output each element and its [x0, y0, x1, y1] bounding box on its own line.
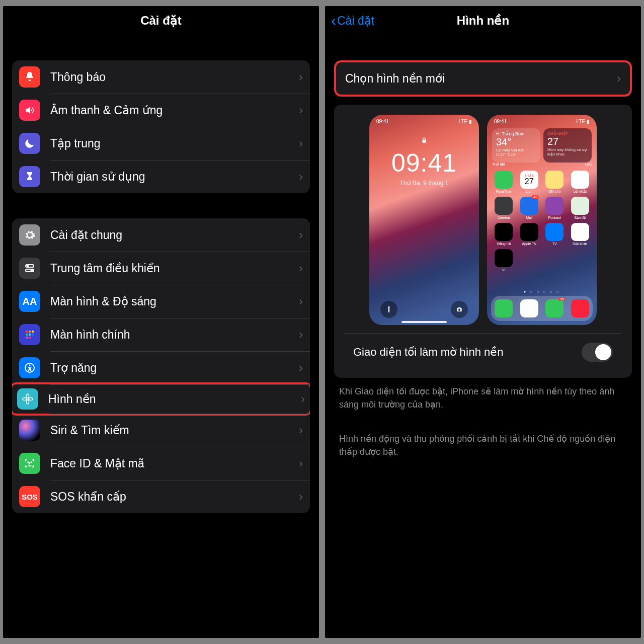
svg-point-16 [27, 400, 29, 404]
chevron-right-icon: › [299, 228, 303, 242]
back-label: Cài đặt [337, 14, 374, 28]
status-bar: 09:41 LTE ▮ [487, 115, 597, 124]
text-size-icon: AA [19, 291, 40, 312]
svg-point-20 [31, 462, 32, 463]
badge: 39 [558, 297, 566, 301]
choose-wallpaper-label: Chọn hình nền mới [345, 72, 617, 86]
svg-point-19 [28, 462, 29, 463]
row-label: Hình nền [48, 392, 301, 406]
app-label: FaceTime [496, 190, 512, 193]
app-label: Sức khỏe [573, 242, 587, 246]
lock-icon [369, 136, 479, 146]
row-display[interactable]: AA Màn hình & Độ sáng › [12, 285, 310, 318]
row-label: Màn hình & Độ sáng [50, 295, 299, 308]
app-icon: THỨ 527 [520, 171, 538, 189]
badge: 43 [532, 195, 539, 199]
cal-day-label: CHỦ NHẬT [547, 131, 588, 136]
homescreen-preview[interactable]: 09:41 LTE ▮ H. Trảng Bom 34° Có Mây Vài … [487, 115, 597, 325]
chevron-left-icon: ‹ [331, 13, 336, 28]
row-label: Face ID & Mật mã [50, 457, 299, 470]
dock-phone-icon [495, 299, 513, 317]
app-icon [571, 197, 589, 215]
dock: 39 [491, 296, 593, 321]
lock-date: Thứ Ba, 9 tháng 1 [369, 180, 479, 187]
app-label: Podcast [548, 216, 561, 219]
svg-point-15 [27, 394, 29, 398]
status-time: 09:41 [376, 119, 389, 124]
siri-icon [19, 420, 40, 441]
chevron-right-icon: › [617, 71, 621, 86]
row-homescreen[interactable]: Màn hình chính › [12, 318, 310, 351]
sos-icon: SOS [19, 486, 40, 507]
chevron-right-icon: › [299, 261, 303, 275]
chevron-right-icon: › [299, 170, 303, 184]
svg-rect-11 [29, 337, 31, 339]
row-sos[interactable]: SOS SOS khẩn cấp › [12, 480, 310, 513]
weather-location: H. Trảng Bom [496, 131, 536, 136]
app-label: Camera [498, 216, 510, 219]
settings-group-1: Thông báo › Âm thanh & Cảm ứng › Tập tru… [12, 60, 310, 193]
settings-group-2: Cài đặt chung › Trung tâm điều khiển › A… [12, 218, 310, 513]
grid-icon [19, 324, 40, 345]
app-icon [495, 197, 513, 215]
lockscreen-preview[interactable]: 09:41 LTE ▮ 09:41 Thứ Ba, 9 tháng 1 [369, 115, 479, 325]
row-faceid[interactable]: Face ID & Mật mã › [12, 447, 310, 480]
row-label: Thông báo [50, 70, 299, 84]
app-label: Ghi chú [548, 190, 560, 193]
back-button[interactable]: ‹ Cài đặt [331, 13, 374, 28]
row-label: Siri & Tìm kiếm [50, 424, 299, 437]
cal-text: Hôm nay không có sự kiện khác [547, 147, 588, 156]
svg-point-1 [27, 265, 29, 267]
dim-wallpaper-row: Giao diện tối làm mờ hình nền [344, 333, 622, 370]
row-sounds[interactable]: Âm thanh & Cảm ứng › [12, 94, 310, 127]
row-general[interactable]: Cài đặt chung › [12, 218, 310, 252]
camera-icon [451, 301, 468, 318]
row-screentime[interactable]: Thời gian sử dụng › [12, 160, 310, 193]
choose-wallpaper-row[interactable]: Chọn hình nền mới › [336, 62, 630, 95]
chevron-right-icon: › [299, 423, 303, 437]
svg-rect-10 [26, 337, 28, 339]
wallpaper-header: ‹ Cài đặt Hình nền [325, 6, 641, 35]
svg-rect-9 [32, 334, 34, 336]
home-indicator [401, 321, 447, 323]
wallpaper-title: Hình nền [457, 14, 509, 28]
app-grid: FaceTime THỨ 527Lịch Ghi chú Lời nhắc Ca… [487, 167, 597, 276]
row-control-center[interactable]: Trung tâm điều khiển › [12, 252, 310, 285]
app-icon [495, 249, 513, 267]
app-icon [520, 223, 538, 241]
chevron-right-icon: › [299, 294, 303, 308]
settings-pane: Cài đặt Thông báo › Âm thanh & Cảm ứng ›… [3, 6, 319, 638]
lock-content: 09:41 Thứ Ba, 9 tháng 1 [369, 136, 479, 187]
weather-range: C:37° T:25° [496, 152, 536, 157]
settings-title: Cài đặt [140, 14, 182, 28]
app-label: Lời nhắc [573, 190, 587, 194]
app-icon [495, 223, 513, 241]
status-bar: 09:41 LTE ▮ [369, 115, 479, 124]
chevron-right-icon: › [299, 361, 303, 375]
row-accessibility[interactable]: Trợ năng › [12, 351, 310, 384]
widget-caption: Lịch [585, 163, 592, 167]
app-icon [545, 223, 564, 241]
svg-rect-4 [26, 331, 28, 333]
svg-point-17 [23, 398, 27, 400]
row-siri[interactable]: Siri & Tìm kiếm › [12, 414, 310, 447]
row-label: SOS khẩn cấp [50, 490, 299, 504]
chevron-right-icon: › [301, 392, 305, 406]
row-notifications[interactable]: Thông báo › [12, 60, 310, 94]
chevron-right-icon: › [299, 136, 303, 150]
wallpaper-preview-group: 09:41 LTE ▮ 09:41 Thứ Ba, 9 tháng 1 [334, 105, 632, 378]
app-label: Mail [526, 216, 532, 219]
choose-wallpaper-group: Chọn hình nền mới › [334, 60, 632, 97]
svg-rect-8 [29, 334, 31, 336]
moon-icon [19, 133, 40, 154]
chevron-right-icon: › [299, 103, 303, 117]
dim-wallpaper-toggle[interactable] [582, 343, 613, 362]
bell-icon [19, 66, 40, 88]
flower-icon [17, 388, 38, 410]
app-icon [571, 223, 589, 241]
row-label: Cài đặt chung [50, 228, 299, 242]
chevron-right-icon: › [299, 490, 303, 504]
row-focus[interactable]: Tập trung › [12, 127, 310, 160]
row-wallpaper[interactable]: Hình nền › [12, 382, 310, 416]
app-label: Apple TV [522, 242, 536, 246]
